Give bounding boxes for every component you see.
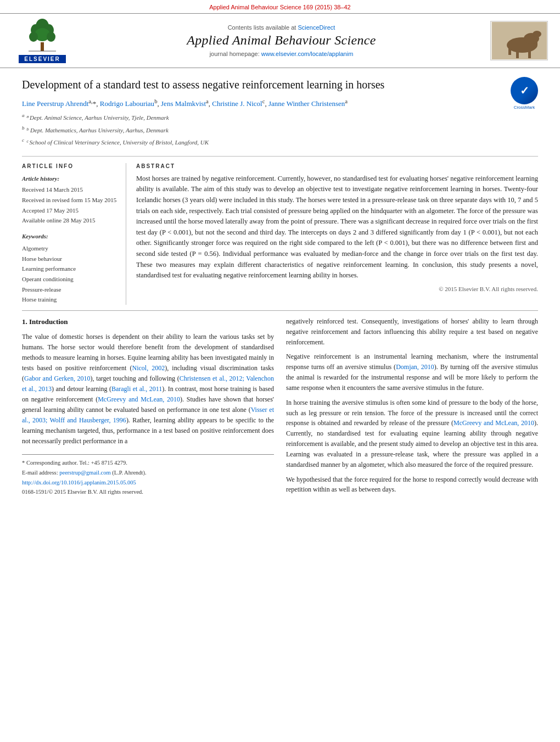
footnote-star: * Corresponding author. Tel.: +45 8715 4…: [22, 458, 274, 468]
svg-rect-14: [516, 51, 519, 58]
affiliation-c: c ᶜ School of Clinical Veterinary Scienc…: [22, 136, 538, 148]
footnote-email-link[interactable]: peerstrup@gmail.com: [59, 470, 110, 476]
received-date: Received 14 March 2015: [22, 185, 118, 195]
abstract-col: ABSTRACT Most horses are trained by nega…: [136, 163, 538, 305]
ref-gabor[interactable]: Gabor and Gerken, 2010: [24, 375, 91, 382]
info-abstract-section: ARTICLE INFO Article history: Received 1…: [22, 156, 538, 305]
journal-ref-bar: Applied Animal Behaviour Science 169 (20…: [0, 0, 560, 13]
accepted-date: Accepted 17 May 2015: [22, 205, 118, 216]
keywords-section: Keywords: Algometry Horse behaviour Lear…: [22, 231, 118, 305]
journal-ref-link[interactable]: Applied Animal Behaviour Science 169 (20…: [209, 4, 350, 10]
available-online-date: Available online 28 May 2015: [22, 215, 118, 226]
horse-thumbnail: [490, 21, 548, 60]
author-christensen[interactable]: Janne Winther Christensen: [268, 99, 345, 108]
svg-rect-12: [535, 37, 537, 45]
abstract-heading: ABSTRACT: [136, 163, 538, 169]
col2-para2: Negative reinforcement is an instrumenta…: [286, 352, 538, 393]
svg-rect-13: [528, 51, 531, 58]
elsevier-text: ELSEVIER: [19, 55, 65, 63]
abstract-text: Most horses are trained by negative rein…: [136, 174, 538, 281]
crossmark-badge[interactable]: ✓ CrossMark: [511, 77, 538, 110]
ref-mcgreevy2[interactable]: McGreevy and McLean, 2010: [453, 419, 534, 427]
article-area: Development of a standard test to assess…: [0, 68, 560, 505]
elsevier-logo: ELSEVIER: [12, 18, 72, 63]
col2-para3: In horse training the aversive stimulus …: [286, 398, 538, 470]
col2-para1: negatively reinforced test. Consequently…: [286, 316, 538, 347]
authors-line: Line Peerstrup Ahrendta,*, Rodrigo Labou…: [22, 98, 538, 108]
footnote-area: * Corresponding author. Tel.: +45 8715 4…: [22, 454, 274, 497]
ref-nicol2002[interactable]: Nicol, 2002: [132, 364, 165, 372]
keyword-4: Operant conditioning: [22, 274, 118, 284]
article-history: Article history: Received 14 March 2015 …: [22, 174, 118, 226]
author-nicol[interactable]: Christine J. Nicol: [212, 99, 262, 108]
svg-rect-15: [508, 48, 511, 55]
tree-icon: [20, 18, 64, 54]
journal-center-info: Contents lists available at ScienceDirec…: [72, 24, 490, 57]
svg-rect-6: [41, 42, 44, 51]
footnote-issn: 0168-1591/© 2015 Elsevier B.V. All right…: [22, 487, 274, 497]
affiliations: a ᵃ Dept. Animal Science, Aarhus Univers…: [22, 111, 538, 148]
section1-heading: 1. Introduction: [22, 316, 274, 327]
keyword-5: Pressure-release: [22, 284, 118, 295]
svg-point-5: [47, 32, 55, 42]
article-info-heading: ARTICLE INFO: [22, 163, 118, 169]
affiliation-a: a ᵃ Dept. Animal Science, Aarhus Univers…: [22, 111, 538, 123]
author-ahrendt[interactable]: Line Peerstrup Ahrendt: [22, 99, 88, 108]
received-revised-date: Received in revised form 15 May 2015: [22, 195, 118, 205]
body-col-left: 1. Introduction The value of domestic ho…: [22, 316, 274, 499]
contents-available: Contents lists available at ScienceDirec…: [78, 24, 485, 31]
footnote-email: E-mail address: peerstrup@gmail.com (L.P…: [22, 468, 274, 478]
keyword-6: Horse training: [22, 294, 118, 305]
journal-url-link[interactable]: www.elsevier.com/locate/applanim: [261, 51, 354, 57]
ref-visser[interactable]: Visser et al., 2003; Wolff and Hausberge…: [22, 406, 274, 424]
journal-title-main: Applied Animal Behaviour Science: [78, 32, 485, 48]
footnote-doi: http://dx.doi.org/10.1016/j.applanim.201…: [22, 478, 274, 488]
author-malmkvist[interactable]: Jens Malmkvist: [161, 99, 206, 108]
keyword-1: Algometry: [22, 243, 118, 254]
keyword-2: Horse behaviour: [22, 254, 118, 264]
journal-banner: ELSEVIER Contents lists available at Sci…: [0, 13, 560, 68]
body-col-right: negatively reinforced test. Consequently…: [286, 316, 538, 499]
keyword-3: Learning performance: [22, 264, 118, 274]
col2-para4: We hypothesised that the force required …: [286, 475, 538, 495]
svg-point-11: [533, 31, 541, 37]
section-divider: [22, 310, 538, 311]
col1-para1: The value of domestic horses is dependen…: [22, 332, 274, 446]
affiliation-b: b ᵇ Dept. Mathematics, Aarhus University…: [22, 124, 538, 136]
svg-point-4: [29, 32, 38, 42]
author-labouriau[interactable]: Rodrigo Labouriau: [100, 99, 154, 108]
ref-domjan[interactable]: Domjan, 2010: [396, 363, 434, 371]
ref-mcgreevy[interactable]: McGreevy and McLean, 2010: [98, 395, 180, 403]
article-title: Development of a standard test to assess…: [22, 77, 500, 92]
journal-homepage-line: journal homepage: www.elsevier.com/locat…: [78, 51, 485, 57]
sciencedirect-link[interactable]: ScienceDirect: [298, 24, 335, 31]
article-info-col: ARTICLE INFO Article history: Received 1…: [22, 163, 126, 305]
body-two-col: 1. Introduction The value of domestic ho…: [22, 316, 538, 499]
copyright-line: © 2015 Elsevier B.V. All rights reserved…: [136, 286, 538, 292]
ref-baragli[interactable]: Baragli et al., 2011: [111, 385, 162, 393]
doi-link[interactable]: http://dx.doi.org/10.1016/j.applanim.201…: [22, 479, 136, 486]
horse-icon: [492, 22, 547, 59]
